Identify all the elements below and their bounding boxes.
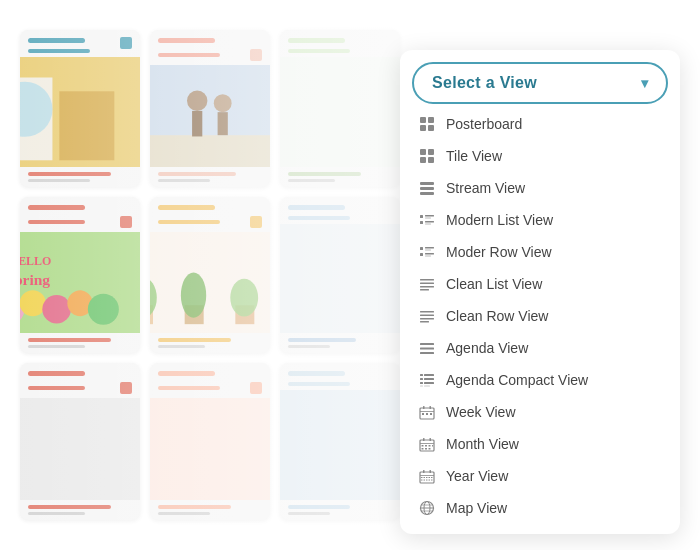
svg-rect-30	[420, 321, 429, 323]
menu-item-label: Tile View	[446, 148, 502, 164]
list3-icon	[418, 211, 436, 229]
svg-rect-66	[426, 477, 428, 478]
gallery-background	[0, 0, 420, 550]
list4-icon	[418, 275, 436, 293]
svg-rect-55	[429, 445, 431, 447]
svg-rect-7	[428, 157, 434, 163]
menu-item-label: Week View	[446, 404, 516, 420]
chevron-down-icon: ▾	[641, 75, 648, 91]
cal-year-icon	[418, 467, 436, 485]
menu-item-week-view[interactable]: Week View	[400, 396, 680, 428]
svg-rect-23	[420, 279, 434, 281]
menu-item-map-view[interactable]: Map View	[400, 492, 680, 524]
svg-rect-4	[420, 149, 426, 155]
cal-week-icon	[418, 403, 436, 421]
svg-rect-18	[425, 247, 434, 249]
svg-rect-69	[421, 480, 423, 481]
menu-item-modern-list-view[interactable]: Modern List View	[400, 204, 680, 236]
svg-rect-0	[420, 117, 426, 123]
svg-rect-51	[430, 438, 432, 441]
menu-item-posterboard[interactable]: Posterboard	[400, 108, 680, 140]
svg-rect-15	[425, 221, 434, 223]
svg-rect-13	[425, 218, 431, 219]
svg-rect-47	[426, 413, 428, 415]
svg-rect-5	[428, 149, 434, 155]
svg-rect-50	[423, 438, 425, 441]
grid4-icon	[418, 115, 436, 133]
svg-rect-54	[425, 445, 427, 447]
svg-rect-16	[425, 224, 431, 225]
list4-alt-icon	[418, 307, 436, 325]
menu-item-moder-row-view[interactable]: Moder Row View	[400, 236, 680, 268]
svg-rect-3	[428, 125, 434, 131]
gallery-card	[150, 363, 270, 520]
svg-rect-24	[420, 283, 434, 285]
svg-rect-64	[421, 477, 423, 478]
list3-alt-icon	[418, 243, 436, 261]
svg-rect-70	[424, 480, 426, 481]
menu-item-label: Agenda View	[446, 340, 528, 356]
svg-rect-40	[420, 386, 423, 387]
svg-rect-57	[422, 448, 424, 450]
svg-rect-31	[420, 343, 434, 345]
agenda-compact-icon	[418, 371, 436, 389]
svg-rect-56	[432, 445, 433, 447]
menu-item-label: Clean List View	[446, 276, 542, 292]
cal-month-icon	[418, 435, 436, 453]
svg-rect-34	[420, 374, 423, 376]
svg-rect-68	[431, 477, 433, 478]
menu-item-stream-view[interactable]: Stream View	[400, 172, 680, 204]
menu-item-year-view[interactable]: Year View	[400, 460, 680, 492]
menu-item-label: Agenda Compact View	[446, 372, 588, 388]
gallery-card	[20, 197, 140, 354]
svg-rect-33	[420, 352, 434, 354]
svg-rect-72	[429, 480, 431, 481]
menu-item-label: Map View	[446, 500, 507, 516]
svg-rect-17	[420, 247, 423, 250]
svg-rect-44	[430, 406, 432, 409]
svg-rect-38	[420, 382, 423, 384]
svg-rect-65	[424, 477, 426, 478]
view-options-list: Posterboard Tile View Str	[400, 108, 680, 524]
svg-rect-73	[431, 480, 433, 481]
svg-rect-14	[420, 221, 423, 224]
gallery-card	[150, 197, 270, 354]
svg-rect-25	[420, 286, 434, 288]
menu-item-tile-view[interactable]: Tile View	[400, 140, 680, 172]
select-view-button[interactable]: Select a View ▾	[412, 62, 668, 104]
svg-rect-48	[430, 413, 432, 415]
menu-item-agenda-view[interactable]: Agenda View	[400, 332, 680, 364]
svg-rect-61	[423, 470, 425, 473]
svg-rect-58	[425, 448, 427, 450]
svg-rect-67	[429, 477, 431, 478]
menu-item-clean-row-view[interactable]: Clean Row View	[400, 300, 680, 332]
gallery-card	[150, 30, 270, 187]
menu-item-label: Year View	[446, 468, 508, 484]
grid4-icon	[418, 147, 436, 165]
menu-item-month-view[interactable]: Month View	[400, 428, 680, 460]
svg-rect-26	[420, 289, 429, 291]
svg-rect-8	[420, 182, 434, 185]
menu-item-agenda-compact-view[interactable]: Agenda Compact View	[400, 364, 680, 396]
svg-rect-9	[420, 187, 434, 190]
svg-rect-39	[424, 382, 434, 384]
gallery-card	[280, 30, 400, 187]
svg-rect-59	[429, 448, 431, 450]
svg-rect-71	[426, 480, 428, 481]
select-view-label: Select a View	[432, 74, 537, 92]
svg-rect-6	[420, 157, 426, 163]
svg-rect-28	[420, 315, 434, 317]
menu-item-clean-list-view[interactable]: Clean List View	[400, 268, 680, 300]
svg-rect-1	[428, 117, 434, 123]
gallery-card	[280, 363, 400, 520]
view-select-dropdown: Select a View ▾ Posterboard	[400, 50, 680, 534]
svg-rect-36	[420, 378, 423, 380]
gallery-card	[280, 197, 400, 354]
svg-rect-43	[423, 406, 425, 409]
svg-rect-20	[420, 253, 423, 256]
menu-item-label: Modern List View	[446, 212, 553, 228]
svg-rect-37	[424, 378, 434, 380]
svg-rect-27	[420, 311, 434, 313]
menu-item-label: Moder Row View	[446, 244, 552, 260]
globe-icon	[418, 499, 436, 517]
